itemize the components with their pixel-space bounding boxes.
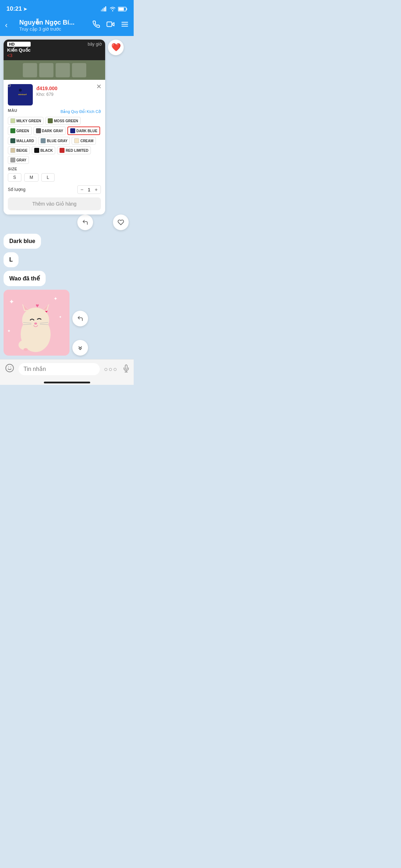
product-info-row: minisurf đ419.000 Kho: 679 xyxy=(8,84,101,105)
size-chart-link[interactable]: Bảng Quy Đổi Kích Cỡ xyxy=(61,109,101,114)
price-block: đ419.000 Kho: 679 xyxy=(36,84,57,97)
bubble-dark-blue: Dark blue xyxy=(4,234,41,249)
color-chip-cream[interactable]: CREAM xyxy=(72,137,96,145)
input-actions: ○○○ xyxy=(104,365,134,374)
qty-controls: − 1 + xyxy=(77,185,101,194)
svg-point-23 xyxy=(22,308,49,332)
action-row xyxy=(4,215,130,230)
home-indicator xyxy=(0,379,134,385)
color-chip-black[interactable]: BLACK xyxy=(32,146,55,154)
last-seen: Truy cập 3 giờ trước xyxy=(19,26,89,32)
strip-item-3 xyxy=(56,63,70,77)
sticker-share-button[interactable] xyxy=(72,311,88,326)
size-chip-s[interactable]: S xyxy=(8,173,21,182)
add-to-cart-button[interactable]: Thêm vào Giỏ hàng xyxy=(8,197,101,210)
qty-label: Số lượng xyxy=(8,187,25,192)
message-input[interactable] xyxy=(19,363,100,375)
color-grid: MILKY GREENMOSS GREENGREENDARK GRAYDARK … xyxy=(8,117,101,164)
close-button[interactable]: ✕ xyxy=(96,83,102,91)
phone-button[interactable] xyxy=(92,20,100,30)
menu-button[interactable] xyxy=(121,20,129,30)
card-header: HD Kiến Quốc <3 bây giờ xyxy=(4,40,105,60)
size-section: SIZE SML xyxy=(8,167,101,182)
bubble-wao: Wao đã thế xyxy=(4,271,46,286)
strip-item-1 xyxy=(23,63,37,77)
contact-info: Nguyễn Ngọc Bí... Truy cập 3 giờ trước xyxy=(19,19,89,32)
hoodie-svg: minisurf xyxy=(10,86,31,104)
product-popup: ↺ ✕ minisurf đ419.000 Kho: 679 xyxy=(4,80,105,215)
wishlist-button[interactable] xyxy=(113,215,129,230)
nav-actions xyxy=(92,20,129,30)
strip-item-4 xyxy=(72,63,86,77)
svg-rect-1 xyxy=(102,9,103,11)
strip-item-2 xyxy=(39,63,53,77)
product-price: đ419.000 xyxy=(36,86,57,91)
svg-rect-3 xyxy=(105,6,106,11)
color-chip-green[interactable]: GREEN xyxy=(8,126,32,135)
battery-icon xyxy=(118,7,127,11)
signal-icon xyxy=(101,6,107,11)
product-image: minisurf xyxy=(8,84,33,105)
share-button[interactable] xyxy=(77,215,93,230)
svg-point-35 xyxy=(6,364,14,372)
color-chip-milky-green[interactable]: MILKY GREEN xyxy=(8,117,43,125)
size-chip-m[interactable]: M xyxy=(24,173,38,182)
svg-text:✦: ✦ xyxy=(59,315,62,319)
video-button[interactable] xyxy=(107,20,114,30)
color-label: MÀU xyxy=(8,108,17,113)
color-chip-mallard[interactable]: MALLARD xyxy=(8,137,36,145)
color-chip-dark-blue[interactable]: DARK BLUE xyxy=(67,126,100,135)
size-row: SML xyxy=(8,173,101,182)
scroll-down-button[interactable] xyxy=(72,340,88,356)
svg-rect-0 xyxy=(101,10,102,11)
color-chip-gray[interactable]: GRAY xyxy=(8,156,29,164)
status-bar: 10:21 ➤ xyxy=(0,0,134,16)
svg-text:✦: ✦ xyxy=(7,329,11,334)
microphone-button[interactable] xyxy=(122,365,130,374)
message-l: L xyxy=(4,252,130,267)
status-icons xyxy=(101,6,127,11)
size-chip-l[interactable]: L xyxy=(41,173,55,182)
cat-sticker-svg: ✦ ✦ ✦ ✦ ♥ ♥ xyxy=(4,290,70,356)
qty-increase[interactable]: + xyxy=(95,187,98,192)
sticker-actions xyxy=(72,311,88,356)
message-dark-blue: Dark blue xyxy=(4,234,130,249)
sticker-row: ✦ ✦ ✦ ✦ ♥ ♥ xyxy=(4,290,130,356)
nav-bar: ‹ Nguyễn Ngọc Bí... Truy cập 3 giờ trước xyxy=(0,16,134,36)
card-time: bây giờ xyxy=(88,42,102,47)
card-heart-text: <3 xyxy=(7,53,31,58)
quantity-row: Số lượng − 1 + xyxy=(8,185,101,194)
emoji-button[interactable] xyxy=(5,363,14,375)
color-chip-red-limited[interactable]: RED LIMITED xyxy=(57,146,91,154)
back-button[interactable]: ‹ xyxy=(5,21,16,30)
svg-rect-6 xyxy=(119,7,124,10)
chat-area: HD Kiến Quốc <3 bây giờ ↺ ✕ xyxy=(0,36,134,359)
color-chip-beige[interactable]: BEIGE xyxy=(8,146,30,154)
location-icon: ➤ xyxy=(23,6,27,12)
product-card: HD Kiến Quốc <3 bây giờ ↺ ✕ xyxy=(4,40,105,215)
product-message-row: HD Kiến Quốc <3 bây giờ ↺ ✕ xyxy=(4,40,130,215)
svg-rect-8 xyxy=(107,22,112,27)
qty-decrease[interactable]: − xyxy=(81,187,83,192)
size-label: SIZE xyxy=(8,167,101,171)
share-icon[interactable]: ↺ xyxy=(7,83,11,88)
color-chip-blue-gray[interactable]: BLUE GRAY xyxy=(38,137,70,145)
svg-text:✦: ✦ xyxy=(53,296,58,301)
color-chip-dark-gray[interactable]: DARK GRAY xyxy=(34,126,66,135)
sticker-image: ✦ ✦ ✦ ✦ ♥ ♥ xyxy=(4,290,70,356)
svg-rect-2 xyxy=(104,7,105,11)
heart-reaction-button[interactable]: ❤️ xyxy=(108,40,124,55)
bubble-l: L xyxy=(4,252,19,267)
svg-text:minisurf: minisurf xyxy=(18,93,27,95)
contact-name: Nguyễn Ngọc Bí... xyxy=(19,19,89,26)
svg-point-13 xyxy=(19,89,22,92)
status-time: 10:21 ➤ xyxy=(6,5,27,12)
svg-rect-5 xyxy=(127,8,127,10)
dots-button[interactable]: ○○○ xyxy=(104,366,118,373)
qty-value: 1 xyxy=(86,187,92,192)
wifi-icon xyxy=(109,6,116,11)
svg-text:✦: ✦ xyxy=(9,298,14,305)
product-stock: Kho: 679 xyxy=(36,92,57,97)
message-wao: Wao đã thế xyxy=(4,271,130,286)
color-chip-moss-green[interactable]: MOSS GREEN xyxy=(45,117,81,125)
